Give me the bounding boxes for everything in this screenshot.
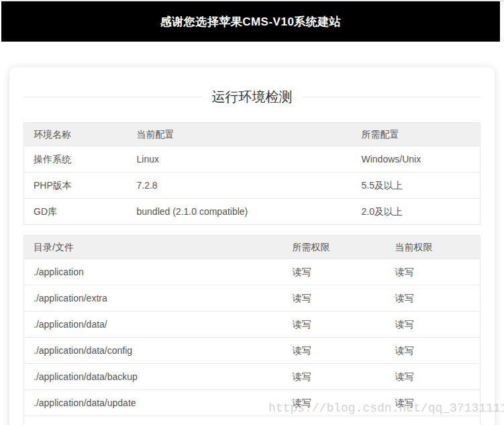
column-header: 当前配置 [128, 123, 352, 146]
table-cell: 操作系统 [24, 146, 128, 173]
table-cell: Windows/Unix [352, 146, 481, 173]
table-cell: 读写 [386, 259, 481, 285]
column-header: 所需配置 [352, 123, 481, 146]
table-cell-empty [24, 416, 481, 425]
install-check-card: 运行环境检测 环境名称当前配置所需配置 操作系统LinuxWindows/Uni… [9, 67, 495, 425]
table-cell: 读写 [386, 364, 481, 390]
table-cell: ./application/data/config [24, 338, 283, 364]
title-divider-right [303, 97, 481, 97]
table-cell: 读写 [283, 338, 386, 364]
section-title: 运行环境检测 [23, 89, 481, 104]
table-cell: 读写 [283, 285, 386, 312]
table-cell: 2.0及以上 [352, 199, 481, 225]
table-cell: Linux [128, 146, 352, 173]
environment-table: 环境名称当前配置所需配置 操作系统LinuxWindows/UnixPHP版本7… [23, 122, 481, 225]
table-cell: 读写 [386, 390, 481, 416]
table-cell: 5.5及以上 [352, 173, 481, 199]
table-row: ./application/data/config读写读写 [24, 338, 481, 364]
table-header-row: 环境名称当前配置所需配置 [24, 123, 481, 146]
table-cell: ./application/data/backup [24, 364, 283, 390]
table-cell: ./application/extra [24, 285, 283, 312]
table-cell: 7.2.8 [128, 173, 352, 199]
table-row: ./application/data/读写读写 [24, 312, 481, 338]
table-cell: 读写 [283, 364, 386, 390]
table-row: ./application/data/update读写读写 [24, 390, 481, 416]
environment-table-header: 环境名称当前配置所需配置 [24, 123, 481, 146]
table-row-cutoff [24, 416, 481, 425]
column-header: 当前权限 [386, 236, 481, 259]
table-row: PHP版本7.2.85.5及以上 [24, 173, 481, 199]
table-cell: 读写 [386, 338, 481, 364]
table-row: 操作系统LinuxWindows/Unix [24, 146, 481, 173]
permissions-table-cutoff [24, 416, 481, 425]
table-cell: bundled (2.1.0 compatible) [128, 199, 352, 225]
permissions-table: 目录/文件所需权限当前权限 ./application读写读写./applica… [23, 235, 481, 425]
table-row: ./application读写读写 [24, 259, 481, 285]
table-cell: 读写 [283, 390, 386, 416]
table-cell: 读写 [283, 312, 386, 338]
table-cell: 读写 [386, 312, 481, 338]
table-cell: 读写 [283, 259, 386, 285]
table-cell: 读写 [386, 285, 481, 312]
table-header-row: 目录/文件所需权限当前权限 [24, 236, 481, 259]
table-cell: PHP版本 [24, 173, 128, 199]
permissions-table-body: ./application读写读写./application/extra读写读写… [24, 259, 481, 416]
environment-table-body: 操作系统LinuxWindows/UnixPHP版本7.2.85.5及以上GD库… [24, 146, 481, 225]
table-row: ./application/data/backup读写读写 [24, 364, 481, 390]
table-cell: ./application/data/update [24, 390, 283, 416]
column-header: 所需权限 [283, 236, 386, 259]
app-header-title: 感谢您选择苹果CMS-V10系统建站 [160, 14, 342, 30]
table-cell: ./application [24, 259, 283, 285]
table-row: GD库bundled (2.1.0 compatible)2.0及以上 [24, 199, 481, 225]
app-header: 感谢您选择苹果CMS-V10系统建站 [1, 1, 500, 42]
column-header: 目录/文件 [24, 236, 283, 259]
table-cell: ./application/data/ [24, 312, 283, 338]
table-row: ./application/extra读写读写 [24, 285, 481, 312]
page-title: 运行环境检测 [202, 89, 303, 104]
table-gap [23, 225, 481, 235]
permissions-table-header: 目录/文件所需权限当前权限 [24, 236, 481, 259]
table-cell: GD库 [24, 199, 128, 225]
column-header: 环境名称 [24, 123, 128, 146]
title-divider-left [23, 97, 202, 97]
